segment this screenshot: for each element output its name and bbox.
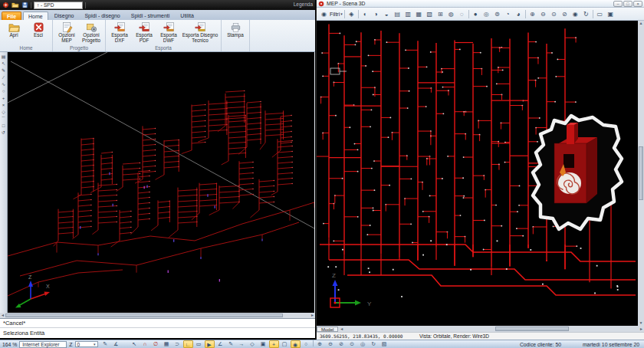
document-name-box[interactable]: ↑ - SPD xyxy=(34,2,83,9)
frame-toggle[interactable]: ▢ xyxy=(280,340,290,348)
visibility-icon[interactable]: ◉ xyxy=(319,9,329,19)
drawing-canvas-2d[interactable]: ZX xyxy=(8,52,314,313)
view-front-icon[interactable]: ▥ xyxy=(403,9,413,19)
open-icon[interactable] xyxy=(12,2,19,8)
zoom-extents-button[interactable]: ◎ xyxy=(358,340,368,348)
camera-icon[interactable]: ⊞ xyxy=(435,9,445,19)
zoom-window-button[interactable]: ⊙ xyxy=(347,340,357,348)
zoom-window-icon[interactable]: ⊙ xyxy=(549,9,559,19)
fullscreen-button[interactable]: ▧ xyxy=(380,340,389,348)
export-tecnico-button[interactable]: Esporta Disegno Tecnico xyxy=(182,21,219,44)
lineweight-toggle[interactable]: → xyxy=(237,340,247,348)
shadow-icon[interactable]: ◔ xyxy=(503,9,513,19)
scrollbar-thumb[interactable] xyxy=(495,327,569,331)
print-button[interactable]: Stampa xyxy=(224,21,247,38)
view-iso-icon[interactable]: ▧ xyxy=(425,9,435,19)
tab-model[interactable]: Model xyxy=(317,327,338,332)
rect-tool-icon[interactable]: □ xyxy=(1,123,7,129)
maximize-button[interactable]: □ xyxy=(623,1,632,7)
select-tool-icon[interactable]: ↖ xyxy=(1,61,7,67)
dynamic-ucs-toggle[interactable]: ◇ xyxy=(248,340,258,348)
materials-icon[interactable]: ◎ xyxy=(481,9,491,19)
zoom-previous-icon[interactable]: ◉ xyxy=(570,9,580,19)
screen-toggle[interactable]: ▭ xyxy=(194,340,204,348)
ortho-toggle[interactable]: ∟ xyxy=(183,340,193,348)
filter-dropdown[interactable]: Filtri xyxy=(330,11,340,17)
palette-tool-icon[interactable]: ▤ xyxy=(1,54,7,60)
polar-toggle[interactable]: ▶ xyxy=(205,340,215,348)
esnap-toggle[interactable]: ∩ xyxy=(140,340,150,348)
arc-tool-icon[interactable]: ⌒ xyxy=(1,116,7,122)
selection-mode-icon[interactable]: ◈ xyxy=(347,9,356,19)
export-dwf-button[interactable]: Esporta DWF xyxy=(157,21,180,44)
dynamic-input-toggle[interactable]: + xyxy=(269,340,279,348)
tab-utilit-[interactable]: Utilità xyxy=(176,11,199,20)
save-icon[interactable] xyxy=(21,2,28,8)
zoom-in-button[interactable]: ⊕ xyxy=(315,340,325,348)
zoom-out-button[interactable]: ⊖ xyxy=(326,340,336,348)
tab-file[interactable]: File xyxy=(2,11,21,20)
scroll-right-arrow[interactable]: ► xyxy=(639,327,644,332)
export-pdf-button[interactable]: Esporta PDF xyxy=(133,21,156,44)
orbit-continuous-icon[interactable]: ◒ xyxy=(382,9,392,19)
pan-icon[interactable]: ↻ xyxy=(581,9,591,19)
zoom-previous-button[interactable]: ⊘ xyxy=(337,340,347,348)
open-folder-button[interactable]: Apri xyxy=(2,21,25,38)
horizontal-scrollbar[interactable]: ◄ ► xyxy=(0,313,315,318)
zoom-extents-icon[interactable]: ⊘ xyxy=(560,9,570,19)
line-tool-icon[interactable]: ∕ xyxy=(1,74,7,80)
polyline-tool-icon[interactable]: ∿ xyxy=(1,81,7,87)
viewport-3d[interactable]: ZY xyxy=(317,21,638,326)
scroll-up-arrow[interactable]: ▲ xyxy=(639,21,644,26)
export-dxf-button[interactable]: Esporta DXF xyxy=(108,21,131,44)
add-tool-icon[interactable]: + xyxy=(1,95,7,101)
pan-button[interactable]: ↻ xyxy=(369,340,379,348)
scrollbar-thumb[interactable] xyxy=(639,146,643,200)
zoom-out-icon[interactable]: ⊖ xyxy=(538,9,548,19)
selection-cursor-toggle[interactable]: ↖ xyxy=(130,340,140,348)
quad-toggle[interactable]: ◉ xyxy=(291,340,301,348)
orbit-icon[interactable]: ◐ xyxy=(360,9,370,19)
tab-home[interactable]: Home xyxy=(23,11,48,20)
background-icon[interactable]: ◕ xyxy=(514,9,524,19)
angle-snap-toggle[interactable]: ∠ xyxy=(215,340,225,348)
rotate-tool-icon[interactable]: ◇ xyxy=(1,109,7,115)
tab-spidi-strumenti[interactable]: Spidi - strumenti xyxy=(127,11,175,20)
view-top-icon[interactable]: ▤ xyxy=(393,9,402,19)
erase-tool-icon[interactable]: × xyxy=(1,102,7,108)
esnap-off-toggle[interactable]: ∅ xyxy=(151,340,161,348)
scroll-left-arrow[interactable]: ◄ xyxy=(339,327,344,332)
options-mep-button[interactable]: Opzioni MEP xyxy=(55,21,78,44)
chevron-down-icon[interactable]: ▾ xyxy=(340,11,343,16)
tab-spidi-disegno[interactable]: Spidi - disegno xyxy=(80,11,124,20)
command-input[interactable]: Seleziona Entità xyxy=(0,327,315,338)
viewport-icon[interactable]: ▭ xyxy=(595,9,605,19)
options-project-button[interactable]: Opzioni Progetto xyxy=(80,21,103,44)
undo-tool-icon[interactable]: ↺ xyxy=(1,130,7,136)
sketch-tool-icon[interactable]: ✎ xyxy=(1,67,7,74)
tablet-toggle[interactable]: ▣ xyxy=(258,340,268,348)
scroll-left-arrow[interactable]: ◄ xyxy=(0,313,5,318)
grid-toggle[interactable]: ▦ xyxy=(162,340,172,348)
render-mode-icon[interactable]: ◍ xyxy=(446,9,456,19)
edit-toggle[interactable]: ✎ xyxy=(226,340,236,348)
orbit-free-icon[interactable]: ◑ xyxy=(371,9,381,19)
shade-icon[interactable]: ● xyxy=(471,9,481,19)
lights-icon[interactable]: ⊚ xyxy=(492,9,502,19)
exit-button[interactable]: Esci xyxy=(27,21,50,38)
circle-tool-icon[interactable]: ○ xyxy=(1,88,7,94)
view-side-icon[interactable]: ▦ xyxy=(414,9,424,19)
scene-settings-icon[interactable]: ▣ xyxy=(606,9,616,19)
zoom-in-icon[interactable]: ⊕ xyxy=(527,9,537,19)
minimize-button[interactable]: – xyxy=(613,1,623,7)
scroll-right-arrow[interactable]: ► xyxy=(310,313,315,318)
elevation-dropdown[interactable]: 0 ▾ xyxy=(75,341,98,347)
rollover-toggle[interactable]: ○ xyxy=(301,340,311,348)
tab-disegno[interactable]: Disegno xyxy=(50,11,79,20)
scroll-down-arrow[interactable]: ▼ xyxy=(639,320,644,326)
wireframe-icon[interactable]: ◌ xyxy=(457,9,467,19)
annotate-icon[interactable]: ✎ xyxy=(100,340,110,348)
vertical-scrollbar[interactable]: ▲ ▼ xyxy=(638,21,644,326)
snap-toggle[interactable]: ⊃ xyxy=(172,340,182,348)
scrollbar-thumb[interactable] xyxy=(5,314,283,317)
